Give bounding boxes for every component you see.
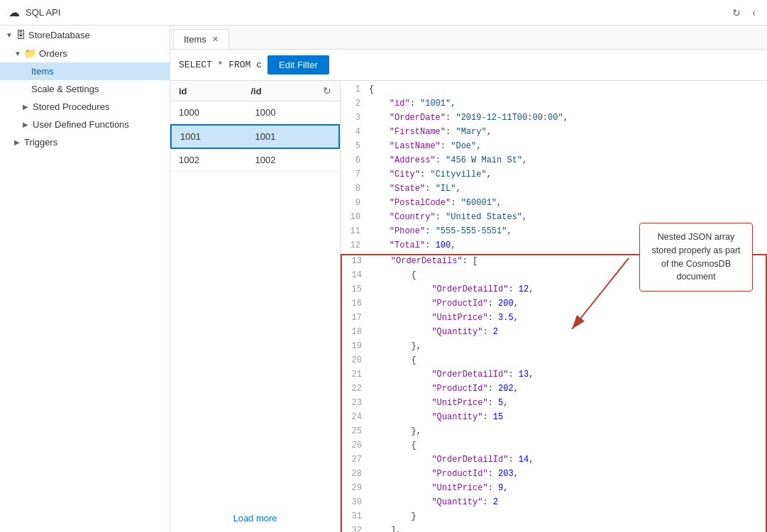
json-line: 4 "FirstName": "Mary", xyxy=(341,126,767,140)
table-row[interactable]: 1000 1000 xyxy=(170,101,340,124)
collapse-button[interactable]: ‹ xyxy=(749,6,758,20)
sidebar-item-label: Scale & Settings xyxy=(31,84,99,94)
json-line: 19 }, xyxy=(342,340,766,355)
json-line: 29 "UnitPrice": 9, xyxy=(342,482,766,497)
json-line: 30 "Quantity": 2 xyxy=(342,497,766,511)
tab-items[interactable]: Items ✕ xyxy=(173,29,229,49)
json-line: 6 "Address": "456 W Main St", xyxy=(341,155,767,169)
col-header-id: id xyxy=(179,86,251,96)
sidebar-item-stored-procedures[interactable]: ▶ Stored Procedures xyxy=(0,98,170,116)
json-highlight-block: 13 "OrderDetails": [14 {15 "OrderDetailI… xyxy=(341,254,767,532)
tab-label: Items xyxy=(184,34,206,45)
table-rows: 1000 1000 1001 1001 1002 1002 xyxy=(170,101,340,504)
cell-id: 1002 xyxy=(179,155,255,165)
table-refresh-button[interactable]: ↻ xyxy=(323,85,331,96)
json-line: 20 { xyxy=(342,355,766,369)
close-icon[interactable]: ✕ xyxy=(212,35,219,44)
json-line: 25 }, xyxy=(342,426,766,440)
database-icon: 🗄 xyxy=(16,29,26,40)
sidebar-item-label: StoreDatabase xyxy=(28,30,90,40)
header-actions: ↻ ‹ xyxy=(729,6,758,20)
sidebar-item-label: Orders xyxy=(39,48,67,59)
sidebar-item-label: Items xyxy=(31,66,54,77)
main-layout: ▼ 🗄 StoreDatabase ▼ 📁 Orders Items Scale… xyxy=(0,26,767,532)
json-line: 27 "OrderDetailId": 14, xyxy=(342,454,766,468)
json-line: 2 "id": "1001", xyxy=(341,98,767,112)
split-view: id /id ↻ 1000 1000 1001 1001 1002 1 xyxy=(170,81,767,532)
sidebar: ▼ 🗄 StoreDatabase ▼ 📁 Orders Items Scale… xyxy=(0,26,170,532)
edit-filter-button[interactable]: Edit Filter xyxy=(267,55,329,74)
query-text: SELECT * FROM c xyxy=(179,60,262,70)
query-bar: SELECT * FROM c Edit Filter xyxy=(170,50,767,81)
chevron-right-icon: ▶ xyxy=(23,103,31,111)
json-line: 9 "PostalCode": "60001", xyxy=(341,197,767,211)
table-row[interactable]: 1002 1002 xyxy=(170,149,340,172)
json-line: 7 "City": "Cityville", xyxy=(341,169,767,183)
json-line: 31 } xyxy=(342,511,766,525)
collection-icon: 📁 xyxy=(24,48,36,59)
chevron-down-icon: ▼ xyxy=(14,50,23,57)
sidebar-item-scale-settings[interactable]: Scale & Settings xyxy=(0,80,170,98)
json-line: 16 "ProductId": 200, xyxy=(342,298,766,312)
cell-id: 1000 xyxy=(179,107,255,118)
tab-bar: Items ✕ xyxy=(170,26,767,50)
cell-id: 1001 xyxy=(180,131,255,142)
table-panel: id /id ↻ 1000 1000 1001 1001 1002 1 xyxy=(170,81,341,532)
table-header: id /id ↻ xyxy=(170,81,340,101)
json-line: 8 "State": "IL", xyxy=(341,183,767,197)
sidebar-item-label: Triggers xyxy=(24,137,57,148)
json-line: 1{ xyxy=(341,84,767,98)
json-line: 24 "Quantity": 15 xyxy=(342,411,766,426)
app-icon: ☁ xyxy=(9,6,20,19)
sidebar-item-orders[interactable]: ▼ 📁 Orders xyxy=(0,44,170,62)
sidebar-item-items[interactable]: Items xyxy=(0,62,170,80)
col-header-slash-id: /id xyxy=(251,86,324,96)
json-line: 23 "UnitPrice": 5, xyxy=(342,397,766,411)
chevron-right-icon: ▶ xyxy=(14,138,23,146)
sidebar-item-triggers[interactable]: ▶ Triggers xyxy=(0,133,170,151)
json-line: 21 "OrderDetailId": 13, xyxy=(342,369,766,383)
json-line: 18 "Quantity": 2 xyxy=(342,326,766,340)
annotation-bubble: Nested JSON array stored properly as par… xyxy=(639,223,753,292)
refresh-button[interactable]: ↻ xyxy=(729,6,744,20)
json-line: 3 "OrderDate": "2019-12-11T00:00:00", xyxy=(341,112,767,126)
cell-slash-id: 1000 xyxy=(255,107,332,118)
table-row[interactable]: 1001 1001 xyxy=(170,124,340,149)
json-line: 5 "LastName": "Doe", xyxy=(341,140,767,155)
chevron-down-icon: ▼ xyxy=(6,31,14,39)
json-line: 22 "ProductId": 202, xyxy=(342,383,766,397)
json-line: 26 { xyxy=(342,440,766,454)
cell-slash-id: 1001 xyxy=(255,131,331,142)
json-line: 32 ], xyxy=(342,525,766,532)
app-title: SQL API xyxy=(26,7,60,18)
load-more-link[interactable]: Load more xyxy=(233,513,277,523)
json-line: 17 "UnitPrice": 3.5, xyxy=(342,312,766,326)
chevron-right-icon: ▶ xyxy=(23,121,31,128)
sidebar-item-user-defined-functions[interactable]: ▶ User Defined Functions xyxy=(0,116,170,133)
sidebar-item-label: User Defined Functions xyxy=(33,119,129,130)
app-header: ☁ SQL API ↻ ‹ xyxy=(0,0,767,26)
sidebar-item-storedatabase[interactable]: ▼ 🗄 StoreDatabase xyxy=(0,26,170,44)
annotation-text: Nested JSON array stored properly as par… xyxy=(651,232,740,282)
load-more-container: Load more xyxy=(170,504,340,532)
json-line: 28 "ProductId": 203, xyxy=(342,468,766,482)
content-area: Items ✕ SELECT * FROM c Edit Filter id /… xyxy=(170,26,767,532)
json-panel[interactable]: 1{2 "id": "1001",3 "OrderDate": "2019-12… xyxy=(341,81,767,532)
sidebar-item-label: Stored Procedures xyxy=(33,101,109,112)
cell-slash-id: 1002 xyxy=(255,155,332,165)
